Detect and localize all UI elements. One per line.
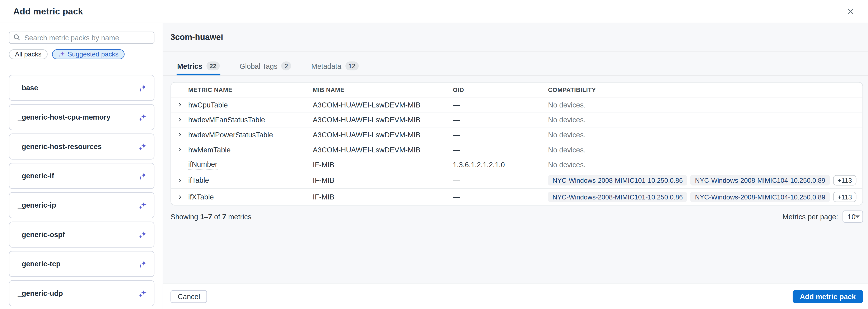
- mib-name-cell: IF-MIB: [313, 176, 453, 184]
- more-devices-badge[interactable]: +113: [833, 175, 857, 185]
- metric-name: hwdevMFanStatusTable: [188, 115, 265, 124]
- pack-list: _base _generic-host-cpu-memory: [9, 75, 154, 306]
- oid-cell: —: [453, 176, 548, 184]
- tab[interactable]: Metadata 12: [311, 61, 359, 75]
- cancel-button[interactable]: Cancel: [170, 290, 207, 303]
- col-mib-name: MIB NAME: [313, 86, 453, 93]
- pack-name: _generic-udp: [18, 289, 63, 298]
- screen: Add metric pack All packs: [0, 0, 868, 309]
- oid-cell: —: [453, 115, 548, 124]
- table-row: ifNumber IF-MIB 1.3.6.1.2.1.2.1.0 No dev…: [171, 157, 863, 172]
- device-chip[interactable]: NYC-Windows-2008-MIMIC101-10.250.0.86: [548, 175, 687, 185]
- showing-of: of: [214, 212, 220, 221]
- pack-card[interactable]: _generic-ospf: [9, 222, 154, 248]
- mib-name-cell: A3COM-HUAWEI-LswDEVM-MIB: [313, 115, 453, 124]
- tab-label: Metadata: [311, 62, 341, 70]
- tab-label: Global Tags: [240, 62, 278, 70]
- oid-cell: 1.3.6.1.2.1.2.1.0: [453, 160, 548, 169]
- pack-card[interactable]: _generic-ip: [9, 192, 154, 218]
- compatibility-cell: NYC-Windows-2008-MIMIC101-10.250.0.86 NY…: [548, 175, 863, 185]
- oid-cell: —: [453, 130, 548, 139]
- expand-chevron-icon[interactable]: [176, 118, 181, 121]
- metric-name: hwdevMPowerStatusTable: [188, 130, 273, 139]
- expand-cell: [175, 133, 188, 136]
- modal-title: Add metric pack: [13, 6, 83, 16]
- sparkle-icon: [58, 51, 65, 58]
- expand-chevron-icon[interactable]: [176, 195, 181, 198]
- expand-chevron-icon[interactable]: [176, 133, 181, 136]
- suggested-sparkle-icon: [138, 113, 147, 121]
- mib-name-cell: IF-MIB: [313, 193, 453, 201]
- pack-card[interactable]: _generic-tcp: [9, 251, 154, 277]
- compatibility-cell: No devices.: [548, 115, 863, 124]
- expand-chevron-icon[interactable]: [176, 103, 181, 106]
- pack-name: _base: [18, 84, 38, 92]
- expand-cell: [175, 195, 188, 198]
- suggested-sparkle-icon: [138, 260, 147, 268]
- compatibility-cell: No devices.: [548, 145, 863, 154]
- pack-card[interactable]: _generic-host-resources: [9, 133, 154, 159]
- compatibility-text: No devices.: [548, 100, 586, 109]
- more-devices-badge[interactable]: +113: [833, 192, 857, 202]
- metric-name-cell: ifTable: [188, 176, 313, 184]
- filter-chip[interactable]: Suggested packs: [52, 49, 125, 59]
- metric-name: hwCpuTable: [188, 100, 228, 109]
- tab[interactable]: Global Tags 2: [239, 61, 292, 75]
- expand-chevron-icon[interactable]: [176, 179, 181, 182]
- compatibility-cell: NYC-Windows-2008-MIMIC101-10.250.0.86 NY…: [548, 192, 863, 202]
- modal-body: All packs Suggested packs: [0, 23, 868, 309]
- metric-name: ifXTable: [188, 193, 214, 201]
- compatibility-text: No devices.: [548, 160, 586, 169]
- filter-chip[interactable]: All packs: [9, 49, 48, 59]
- showing-text: Showing 1–7 of 7 metrics: [170, 212, 251, 221]
- pack-card[interactable]: _base: [9, 75, 154, 101]
- expand-chevron-icon[interactable]: [176, 148, 181, 151]
- tab-label: Metrics: [177, 62, 203, 70]
- pack-name: _generic-ip: [18, 201, 56, 210]
- suggested-sparkle-icon: [138, 143, 147, 151]
- sidebar: All packs Suggested packs: [0, 23, 163, 309]
- compatibility-cell: No devices.: [548, 100, 863, 109]
- suggested-sparkle-icon: [138, 172, 147, 180]
- device-chip-list: NYC-Windows-2008-MIMIC101-10.250.0.86 NY…: [548, 175, 830, 185]
- oid-cell: —: [453, 100, 548, 109]
- table-row: ifTable IF-MIB — NYC-Windows-2008-MIMIC1…: [171, 172, 863, 188]
- detail-panel: 3com-huawei Metrics 22 Global Tags 2: [163, 23, 868, 309]
- expand-cell: [175, 118, 188, 121]
- per-page-select[interactable]: 10: [842, 211, 863, 223]
- table-header-row: METRIC NAME MIB NAME OID COMPATIBILITY: [171, 83, 863, 97]
- table-row: hwCpuTable A3COM-HUAWEI-LswDEVM-MIB — No…: [171, 97, 863, 112]
- spacer: [163, 223, 868, 283]
- search-icon: [13, 34, 21, 41]
- device-chip[interactable]: NYC-Windows-2008-MIMIC104-10.250.0.89: [691, 175, 830, 185]
- add-metric-pack-button[interactable]: Add metric pack: [793, 290, 863, 303]
- metric-name-cell: ifNumber: [188, 160, 313, 169]
- close-button[interactable]: [845, 6, 856, 17]
- showing-range: 1–7: [200, 212, 212, 221]
- search-input[interactable]: [9, 32, 154, 44]
- pack-card[interactable]: _generic-if: [9, 163, 154, 189]
- suggested-sparkle-icon: [138, 230, 147, 239]
- pack-card[interactable]: _generic-host-cpu-memory: [9, 104, 154, 130]
- tabs: Metrics 22 Global Tags 2 Metadata 12: [163, 52, 868, 76]
- pagination: Showing 1–7 of 7 metrics Metrics per pag…: [170, 211, 863, 223]
- device-chip[interactable]: NYC-Windows-2008-MIMIC101-10.250.0.86: [548, 192, 687, 202]
- col-compatibility: COMPATIBILITY: [548, 86, 863, 93]
- oid-cell: —: [453, 193, 548, 201]
- tab-count-badge: 2: [281, 61, 291, 70]
- showing-total: 7: [222, 212, 226, 221]
- compatibility-text: No devices.: [548, 145, 586, 154]
- per-page-label: Metrics per page:: [782, 212, 838, 221]
- mib-name-cell: IF-MIB: [313, 160, 453, 169]
- tab[interactable]: Metrics 22: [177, 61, 220, 75]
- metric-name-cell: ifXTable: [188, 193, 313, 201]
- pack-name: _generic-tcp: [18, 260, 61, 268]
- col-metric-name: METRIC NAME: [188, 86, 313, 93]
- pack-card[interactable]: _generic-udp: [9, 280, 154, 307]
- oid-cell: —: [453, 145, 548, 154]
- metric-name-cell: hwdevMPowerStatusTable: [188, 130, 313, 139]
- chevron-down-icon: [856, 215, 860, 218]
- device-chip[interactable]: NYC-Windows-2008-MIMIC104-10.250.0.89: [691, 192, 830, 202]
- metric-name: hwMemTable: [188, 145, 231, 154]
- col-oid: OID: [453, 86, 548, 93]
